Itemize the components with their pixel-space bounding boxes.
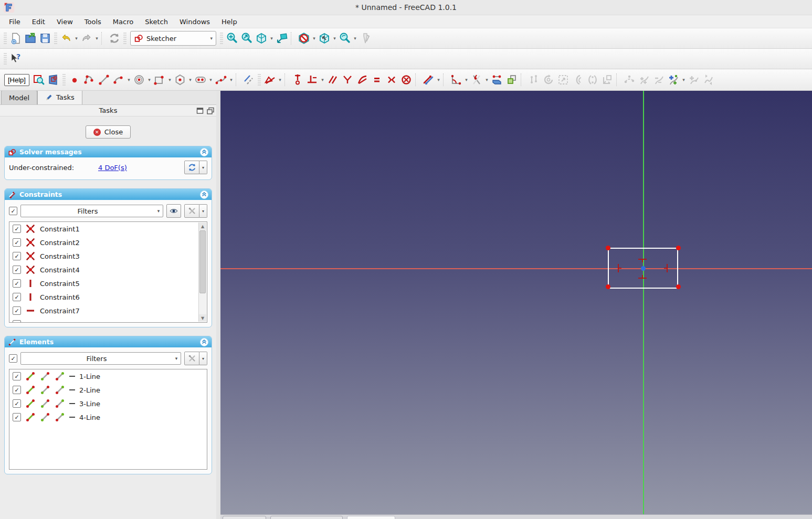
measure-button[interactable] <box>358 31 373 46</box>
redo-dropdown[interactable] <box>94 31 100 46</box>
constraints-settings-button[interactable] <box>184 204 199 218</box>
sync-view-button[interactable] <box>275 31 289 46</box>
3d-viewport[interactable]: Start ✕ Unnamed : 1* ✕ <box>220 91 812 519</box>
constraint-row[interactable]: Constraint6 <box>9 290 207 304</box>
menu-file[interactable]: File <box>3 17 26 27</box>
create-rectangle-button[interactable] <box>152 72 167 87</box>
constrain-perpendicular-button[interactable] <box>340 72 355 87</box>
constraints-show-hide-button[interactable] <box>166 204 181 218</box>
constrain-tangent-button[interactable] <box>355 72 370 87</box>
menu-view[interactable]: View <box>51 17 79 27</box>
view-rotate-dropdown[interactable] <box>332 31 338 46</box>
scroll-down-arrow[interactable]: ▼ <box>199 314 206 322</box>
constraint-row[interactable]: Constraint2 <box>9 236 207 249</box>
constraint-checkbox[interactable] <box>13 320 21 323</box>
workbench-selector[interactable]: Sketcher ▾ <box>130 31 216 46</box>
elements-filter-combo[interactable]: Filters <box>20 352 181 365</box>
view-sketch-button[interactable] <box>31 72 46 87</box>
element-checkbox[interactable] <box>13 413 21 421</box>
origin-point[interactable] <box>641 266 646 271</box>
constrain-block-button[interactable] <box>399 72 414 87</box>
menu-edit[interactable]: Edit <box>26 17 51 27</box>
constrain-equal-button[interactable] <box>370 72 384 87</box>
move-button[interactable] <box>526 72 541 87</box>
element-row[interactable]: 1-Line <box>9 369 207 383</box>
constraints-settings-dropdown[interactable] <box>199 204 207 218</box>
collapse-chevron-icon[interactable] <box>200 190 208 199</box>
element-checkbox[interactable] <box>13 372 21 380</box>
element-checkbox[interactable] <box>13 399 21 408</box>
dof-link[interactable]: 4 DoF(s) <box>98 164 127 172</box>
menu-sketch[interactable]: Sketch <box>139 17 174 27</box>
constraint-checkbox[interactable] <box>13 279 21 288</box>
create-slot-button[interactable] <box>193 72 208 87</box>
elements-header[interactable]: Elements <box>5 336 212 347</box>
zoom-dropdown[interactable] <box>352 31 358 46</box>
symmetry-button[interactable] <box>585 72 600 87</box>
constraint-row[interactable]: Constraint4 <box>9 263 207 277</box>
view-section-button[interactable] <box>46 72 61 87</box>
create-line-button[interactable] <box>97 72 111 87</box>
collapse-chevron-icon[interactable] <box>200 148 208 156</box>
save-document-button[interactable] <box>38 31 52 46</box>
panel-splitter[interactable] <box>216 91 220 519</box>
create-circle-button[interactable] <box>132 72 146 87</box>
element-checkbox[interactable] <box>13 386 21 394</box>
help-button[interactable]: [Help] <box>4 74 29 86</box>
close-button[interactable]: ✕ Close <box>86 125 131 139</box>
constraint-checkbox[interactable] <box>13 266 21 274</box>
solver-refresh-button[interactable] <box>184 161 199 174</box>
constraints-filter-combo[interactable]: Filters <box>20 205 163 217</box>
tab-model[interactable]: Model <box>1 91 37 104</box>
tab-start[interactable]: Start ✕ <box>223 516 266 519</box>
sketch-vertex[interactable] <box>606 246 610 250</box>
driving-constraint-dropdown[interactable] <box>436 72 441 87</box>
collapse-chevron-icon[interactable] <box>200 338 208 346</box>
view-rotate-button[interactable] <box>317 31 332 46</box>
draw-style-button[interactable] <box>297 31 311 46</box>
modify-knot-multiplicity-button[interactable] <box>666 72 681 87</box>
offset-button[interactable] <box>571 72 585 87</box>
sketch-vertex[interactable] <box>606 284 610 289</box>
elements-settings-dropdown[interactable] <box>199 352 207 365</box>
sketch-vertex[interactable] <box>676 246 681 250</box>
join-curves-button[interactable] <box>701 72 716 87</box>
undo-button[interactable] <box>59 31 73 46</box>
y-axis-line[interactable] <box>643 91 644 515</box>
constraint-row[interactable]: Constraint7 <box>9 304 207 317</box>
element-row[interactable]: 2-Line <box>9 383 207 397</box>
draw-style-dropdown[interactable] <box>311 31 317 46</box>
scroll-thumb[interactable] <box>199 230 206 293</box>
menu-windows[interactable]: Windows <box>174 17 216 27</box>
decrease-bspline-degree-button[interactable] <box>651 72 666 87</box>
fit-all-button[interactable] <box>225 31 239 46</box>
constraint-row-partial[interactable] <box>9 317 207 323</box>
fit-selection-button[interactable] <box>239 31 254 46</box>
convert-to-nurbs-button[interactable] <box>622 72 637 87</box>
float-panel-icon[interactable] <box>196 107 204 114</box>
element-row[interactable]: 3-Line <box>9 397 207 410</box>
elements-filter-checkbox[interactable] <box>9 354 17 363</box>
isometric-dropdown[interactable] <box>269 31 275 46</box>
constrain-horizontal-vertical-button[interactable] <box>305 72 320 87</box>
rectangular-array-button[interactable] <box>600 72 615 87</box>
trim-dropdown[interactable] <box>484 72 490 87</box>
solver-refresh-dropdown[interactable] <box>199 161 207 174</box>
toolbar-grip[interactable] <box>220 33 223 44</box>
increase-bspline-degree-button[interactable] <box>637 72 651 87</box>
undock-panel-icon[interactable] <box>207 107 214 114</box>
refresh-button[interactable] <box>107 31 122 46</box>
toolbar-grip[interactable] <box>258 74 261 86</box>
create-bspline-button[interactable] <box>214 72 228 87</box>
constraint-checkbox[interactable] <box>13 252 21 260</box>
circle-dropdown[interactable] <box>146 72 152 87</box>
toggle-construction-button[interactable] <box>241 72 256 87</box>
constrain-coincident-button[interactable] <box>290 72 305 87</box>
rotate-button[interactable] <box>541 72 556 87</box>
constraints-header[interactable]: Constraints <box>5 189 212 200</box>
carbon-copy-button[interactable] <box>504 72 519 87</box>
knot-multiplicity-dropdown[interactable] <box>681 72 687 87</box>
create-polyline-button[interactable] <box>82 72 97 87</box>
constraint-checkbox[interactable] <box>13 238 21 247</box>
bspline-dropdown[interactable] <box>228 72 234 87</box>
